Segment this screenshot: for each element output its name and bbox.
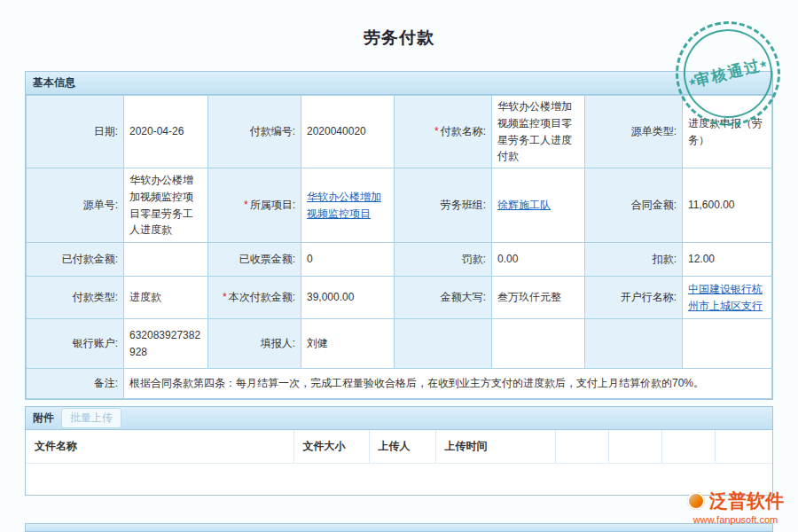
label-payment-name-text: 付款名称: [441, 125, 486, 137]
label-amount-words: 金额大写: [395, 277, 492, 319]
label-date: 日期: [27, 96, 124, 168]
basic-info-table: 日期: 2020-04-26 付款编号: 2020040020 *付款名称: 华… [26, 95, 772, 399]
label-preparer: 填报人: [208, 319, 301, 369]
required-mark: * [434, 125, 439, 137]
column-empty [555, 430, 608, 463]
value-project: 华软办公楼增加视频监控项目 [301, 168, 395, 243]
column-empty [661, 430, 715, 463]
label-project: *所属项目: [208, 168, 301, 243]
table-row: 日期: 2020-04-26 付款编号: 2020040020 *付款名称: 华… [27, 96, 772, 168]
attachments-section: 附件 批量上传 文件名称 文件大小 上传人 上传时间 [25, 406, 773, 496]
empty-label-cell [585, 319, 683, 369]
value-amount-words: 叁万玖仟元整 [492, 277, 585, 319]
label-bank-account: 银行账户: [27, 319, 124, 369]
table-row: 付款类型: 进度款 *本次付款金额: 39,000.00 金额大写: 叁万玖仟元… [27, 277, 772, 319]
label-source-type: 源单类型: [585, 96, 683, 168]
value-contract-amount: 11,600.00 [683, 168, 772, 243]
value-payment-name: 华软办公楼增加视频监控项目零星劳务工人进度付款 [492, 96, 585, 168]
value-remark: 根据合同条款第四条：每月结算一次，完成工程量验收合格后，在收到业主方支付的进度款… [124, 369, 772, 399]
attachments-header-row: 文件名称 文件大小 上传人 上传时间 [26, 430, 772, 463]
label-current-amount-text: 本次付款金额: [229, 291, 295, 303]
project-link[interactable]: 华软办公楼增加视频监控项目 [307, 191, 381, 220]
table-row: 已付款金额: 已收票金额: 0 罚款: 0.00 扣款: 12.00 [27, 243, 772, 277]
label-paid-amount: 已付款金额: [27, 243, 124, 277]
value-payment-no: 2020040020 [301, 96, 395, 168]
label-payment-name: *付款名称: [395, 96, 492, 168]
fanpu-logo-icon [687, 492, 705, 510]
batch-upload-button[interactable]: 批量上传 [61, 408, 121, 428]
label-source-no: 源单号: [27, 168, 124, 243]
column-empty [715, 430, 772, 463]
table-row: 银行账户: 632083927382928 填报人: 刘健 [27, 319, 772, 369]
value-bank-name: 中国建设银行杭州市上城区支行 [683, 277, 772, 319]
required-mark: * [223, 291, 227, 303]
empty-label-cell [395, 319, 492, 369]
value-date: 2020-04-26 [124, 96, 208, 168]
value-invoice-amount: 0 [301, 243, 395, 277]
basic-info-header: 基本信息 [26, 72, 772, 95]
labor-team-link[interactable]: 徐辉施工队 [497, 199, 551, 211]
value-labor-team: 徐辉施工队 [492, 168, 585, 243]
fanpu-website-text: www.fanpusoft.com [687, 514, 784, 525]
label-project-text: 所属项目: [250, 199, 295, 211]
value-deduction: 12.00 [683, 243, 772, 277]
label-bank-name: 开户行名称: [585, 277, 683, 319]
empty-value-cell [492, 319, 585, 369]
next-section-bar [25, 523, 773, 532]
value-source-no: 华软办公楼增加视频监控项目零星劳务工人进度款 [124, 168, 208, 243]
basic-info-section: 基本信息 日期: 2020-04-26 付款编号: 2020040020 *付款… [25, 71, 773, 400]
label-deduction: 扣款: [585, 243, 683, 277]
attachments-empty-cell [26, 463, 772, 493]
column-empty [608, 430, 661, 463]
value-bank-account: 632083927382928 [124, 319, 208, 369]
column-file-size: 文件大小 [293, 430, 369, 463]
empty-value-cell [683, 319, 772, 369]
attachments-empty-row [26, 463, 772, 493]
label-payment-no: 付款编号: [208, 96, 301, 168]
attachments-header: 附件 批量上传 [26, 407, 772, 430]
column-file-name: 文件名称 [26, 430, 293, 463]
label-labor-team: 劳务班组: [395, 168, 492, 243]
label-invoice-amount: 已收票金额: [208, 243, 301, 277]
value-preparer: 刘健 [301, 319, 395, 369]
table-row: 源单号: 华软办公楼增加视频监控项目零星劳务工人进度款 *所属项目: 华软办公楼… [27, 168, 772, 243]
attachments-table: 文件名称 文件大小 上传人 上传时间 [26, 430, 772, 493]
label-payment-type: 付款类型: [27, 277, 124, 319]
column-upload-time: 上传时间 [435, 430, 555, 463]
label-penalty: 罚款: [395, 243, 492, 277]
value-paid-amount [124, 243, 208, 277]
value-penalty: 0.00 [492, 243, 585, 277]
label-remark: 备注: [27, 369, 124, 399]
table-row: 备注: 根据合同条款第四条：每月结算一次，完成工程量验收合格后，在收到业主方支付… [27, 369, 772, 399]
label-current-amount: *本次付款金额: [208, 277, 301, 319]
column-uploader: 上传人 [369, 430, 435, 463]
attachments-title: 附件 [33, 411, 54, 426]
required-mark: * [244, 199, 248, 211]
fanpu-brand-text: 泛普软件 [709, 489, 784, 513]
value-current-amount: 39,000.00 [301, 277, 395, 319]
value-payment-type: 进度款 [124, 277, 208, 319]
fanpu-logo: 泛普软件 www.fanpusoft.com [687, 489, 784, 525]
label-contract-amount: 合同金额: [585, 168, 683, 243]
basic-info-title: 基本信息 [33, 75, 75, 90]
bank-name-link[interactable]: 中国建设银行杭州市上城区支行 [688, 283, 763, 312]
